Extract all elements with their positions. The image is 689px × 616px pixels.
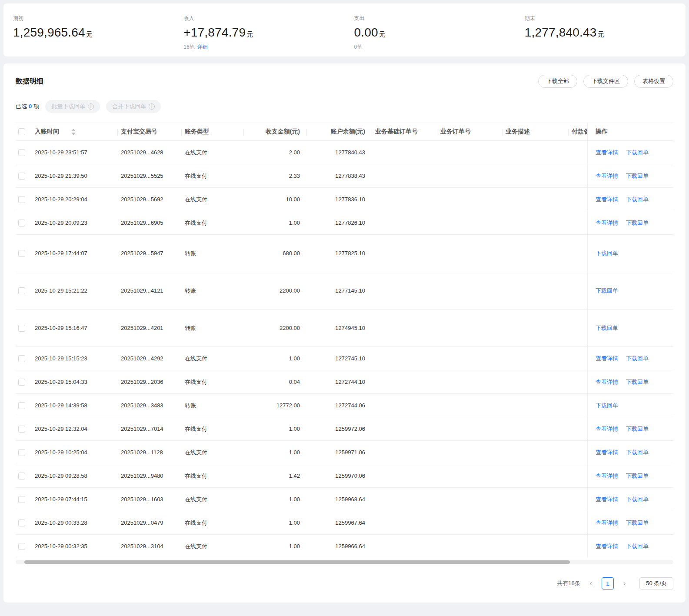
summary-beginning: 期初 1,259,965.64元 (3, 15, 174, 50)
row-checkbox[interactable] (18, 519, 25, 526)
header-buttons: 下载全部 下载文件区 表格设置 (538, 75, 673, 88)
summary-card: 期初 1,259,965.64元 收入 +17,874.79元 16笔详细 支出… (3, 3, 686, 57)
cell-base-order (372, 464, 437, 487)
download-receipt-link[interactable]: 下载回单 (596, 324, 618, 332)
view-detail-link[interactable]: 查看详情 (596, 519, 618, 527)
download-receipt-link[interactable]: 下载回单 (626, 219, 649, 227)
cell-ops: 查看详情下载回单 (587, 370, 682, 393)
batch-download-button[interactable]: 批量下载回单 i (45, 100, 100, 113)
row-checkbox[interactable] (18, 426, 25, 433)
info-icon: i (88, 103, 94, 110)
view-detail-link[interactable]: 查看详情 (596, 449, 618, 456)
view-detail-link[interactable]: 查看详情 (596, 496, 618, 503)
horizontal-scrollbar[interactable] (16, 560, 673, 564)
cell-txn: 20251029...4628 (117, 141, 181, 164)
row-checkbox[interactable] (18, 196, 25, 203)
row-checkbox[interactable] (18, 250, 25, 257)
view-detail-link[interactable]: 查看详情 (596, 149, 618, 156)
row-checkbox[interactable] (18, 355, 25, 362)
select-all-checkbox[interactable] (18, 128, 25, 135)
row-checkbox[interactable] (18, 449, 25, 456)
cell-balance: 1259971.06 (306, 441, 372, 464)
scrollbar-thumb[interactable] (24, 560, 570, 564)
cell-txn: 20251029...1128 (117, 441, 181, 464)
view-detail-link[interactable]: 查看详情 (596, 425, 618, 433)
row-checkbox[interactable] (18, 543, 25, 550)
cell-balance: 1274945.10 (306, 310, 372, 346)
download-receipt-link[interactable]: 下载回单 (626, 355, 649, 363)
download-zone-button[interactable]: 下载文件区 (583, 75, 628, 88)
table-row: 2025-10-29 15:04:33 20251029...2036 在线支付… (16, 370, 673, 394)
download-receipt-link[interactable]: 下载回单 (596, 402, 618, 410)
download-receipt-link[interactable]: 下载回单 (626, 196, 649, 203)
row-checkbox[interactable] (18, 325, 25, 332)
cell-biz-desc (502, 535, 568, 558)
download-receipt-link[interactable]: 下载回单 (626, 519, 649, 527)
cell-biz-order (437, 347, 502, 370)
download-receipt-link[interactable]: 下载回单 (626, 425, 649, 433)
column-header-time[interactable]: 入账时间 (31, 123, 117, 140)
table-row: 2025-10-29 15:16:47 20251029...4201 转账 2… (16, 310, 673, 347)
cell-time: 2025-10-29 20:09:23 (31, 211, 117, 234)
cell-balance: 1272745.10 (306, 347, 372, 370)
view-detail-link[interactable]: 查看详情 (596, 543, 618, 550)
column-header-type: 账务类型 (181, 123, 243, 140)
cell-balance: 1277826.10 (306, 211, 372, 234)
merge-download-button[interactable]: 合并下载回单 i (106, 100, 161, 113)
cell-payer-note (568, 272, 587, 309)
download-receipt-link[interactable]: 下载回单 (596, 287, 618, 295)
view-detail-link[interactable]: 查看详情 (596, 172, 618, 180)
cell-txn: 20251029...3483 (117, 394, 181, 417)
download-receipt-link[interactable]: 下载回单 (626, 172, 649, 180)
prev-page-icon[interactable]: ‹ (590, 579, 592, 587)
cell-payer-note (568, 188, 587, 211)
row-checkbox[interactable] (18, 220, 25, 226)
view-detail-link[interactable]: 查看详情 (596, 219, 618, 227)
cell-payer-note (568, 394, 587, 417)
cell-time: 2025-10-29 17:44:07 (31, 235, 117, 272)
cell-biz-desc (502, 417, 568, 440)
table-settings-button[interactable]: 表格设置 (634, 75, 673, 88)
cell-ops: 查看详情下载回单 (587, 464, 682, 487)
income-detail-link[interactable]: 详细 (197, 44, 208, 50)
cell-time: 2025-10-29 07:44:15 (31, 488, 117, 511)
expense-sub: 0笔 (354, 43, 515, 51)
current-page-button[interactable]: 1 (602, 577, 614, 589)
next-page-icon[interactable]: › (623, 579, 626, 587)
view-detail-link[interactable]: 查看详情 (596, 472, 618, 480)
download-receipt-link[interactable]: 下载回单 (626, 378, 649, 386)
view-detail-link[interactable]: 查看详情 (596, 378, 618, 386)
download-all-button[interactable]: 下载全部 (538, 75, 577, 88)
cell-biz-order (437, 441, 502, 464)
row-checkbox[interactable] (18, 496, 25, 503)
row-checkbox[interactable] (18, 287, 25, 294)
view-detail-link[interactable]: 查看详情 (596, 355, 618, 363)
cell-amount: 2.33 (243, 164, 306, 187)
cell-ops: 查看详情下载回单 (587, 535, 682, 558)
row-checkbox[interactable] (18, 379, 25, 386)
sort-icon[interactable] (71, 129, 76, 135)
row-checkbox[interactable] (18, 149, 25, 156)
download-receipt-link[interactable]: 下载回单 (626, 496, 649, 503)
currency-unit: 元 (86, 30, 93, 38)
cell-base-order (372, 141, 437, 164)
cell-txn: 20251029...9480 (117, 464, 181, 487)
cell-payer-note (568, 141, 587, 164)
download-receipt-link[interactable]: 下载回单 (626, 472, 649, 480)
cell-biz-desc (502, 347, 568, 370)
row-checkbox[interactable] (18, 402, 25, 409)
row-checkbox[interactable] (18, 473, 25, 479)
panel-header: 数据明细 下载全部 下载文件区 表格设置 (16, 75, 673, 88)
download-receipt-link[interactable]: 下载回单 (626, 149, 649, 156)
download-receipt-link[interactable]: 下载回单 (626, 543, 649, 550)
cell-base-order (372, 417, 437, 440)
column-header-biz-order: 业务订单号 (437, 123, 502, 140)
view-detail-link[interactable]: 查看详情 (596, 196, 618, 203)
page-size-select[interactable]: 50 条/页 (639, 577, 673, 589)
download-receipt-link[interactable]: 下载回单 (626, 449, 649, 456)
cell-biz-desc (502, 272, 568, 309)
info-icon: i (149, 103, 155, 110)
table-row: 2025-10-29 20:09:23 20251029...6905 在线支付… (16, 211, 673, 235)
download-receipt-link[interactable]: 下载回单 (596, 250, 618, 257)
row-checkbox[interactable] (18, 173, 25, 180)
